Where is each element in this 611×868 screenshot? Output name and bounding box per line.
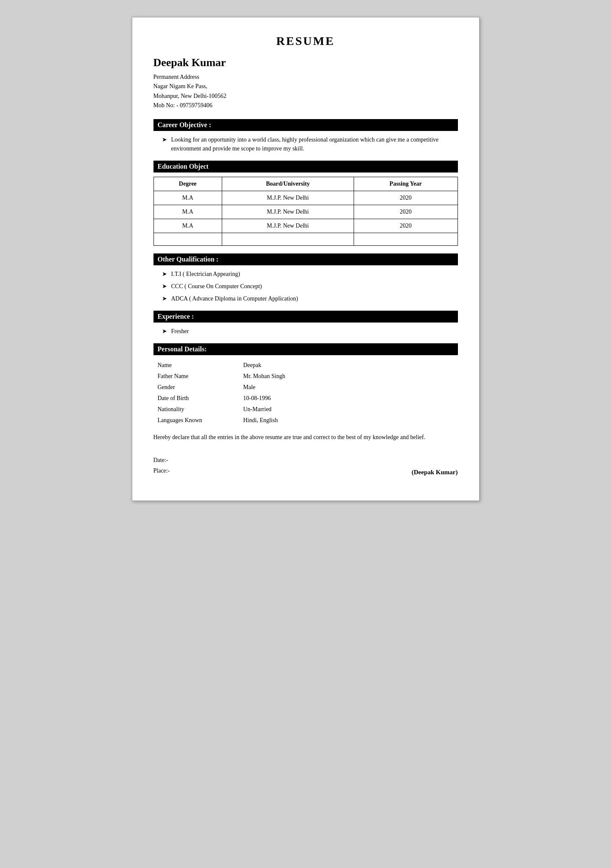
address-block: Permanent Address Nagar Nigam Ke Pass, M… [153, 72, 458, 111]
edu-row-1-degree: M.A [153, 205, 222, 219]
bullet-arrow-icon: ➤ [162, 282, 167, 291]
resume-page: RESUME Deepak Kumar Permanent Address Na… [132, 17, 480, 501]
other-qual-item-0: ➤I.T.I ( Electrician Appearing) [162, 270, 458, 278]
edu-row-0-year: 2020 [354, 191, 458, 205]
footer-left: Date:- Place:- [153, 455, 170, 476]
address-label: Permanent Address [153, 72, 458, 82]
education-section: Education Object Degree Board/University… [153, 161, 458, 246]
personal-label-4: Nationality [154, 404, 239, 415]
other-qual-text-2: ADCA ( Advance Diploma in Computer Appli… [171, 294, 298, 303]
edu-row-2-board: M.J.P. New Delhi [222, 219, 354, 233]
declaration-text: Hereby declare that all the entries in t… [153, 433, 458, 442]
personal-label-2: Gender [154, 382, 239, 392]
date-label: Date:- [153, 455, 170, 465]
edu-row-1-board: M.J.P. New Delhi [222, 205, 354, 219]
personal-label-0: Name [154, 360, 239, 370]
personal-row-5: Languages KnownHindi, English [154, 415, 457, 426]
personal-label-5: Languages Known [154, 415, 239, 426]
personal-row-3: Date of Birth10-08-1996 [154, 393, 457, 403]
experience-items: ➤Fresher [153, 327, 458, 336]
other-qualification-header: Other Qualification : [153, 253, 458, 265]
edu-row-1-year: 2020 [354, 205, 458, 219]
personal-value-3: 10-08-1996 [240, 393, 457, 403]
education-header: Education Object [153, 161, 458, 172]
career-objective-header: Career Objective : [153, 119, 458, 131]
bullet-arrow-icon: ➤ [162, 270, 167, 278]
bullet-arrow-icon: ➤ [162, 327, 167, 336]
personal-row-1: Father NameMr. Mohan Singh [154, 371, 457, 381]
personal-value-1: Mr. Mohan Singh [240, 371, 457, 381]
personal-row-4: NationalityUn-Married [154, 404, 457, 415]
personal-label-3: Date of Birth [154, 393, 239, 403]
place-label: Place:- [153, 465, 170, 476]
personal-row-0: NameDeepak [154, 360, 457, 370]
career-objective-text: Looking for an opportunity into a world … [171, 135, 458, 153]
personal-details-header: Personal Details: [153, 343, 458, 355]
col-degree: Degree [153, 177, 222, 191]
page-title: RESUME [153, 34, 458, 48]
candidate-name: Deepak Kumar [153, 56, 458, 69]
footer-row: Date:- Place:- (Deepak Kumar) [153, 455, 458, 476]
personal-label-1: Father Name [154, 371, 239, 381]
experience-item-0: ➤Fresher [162, 327, 458, 336]
career-objective-section: Career Objective : ➤ Looking for an oppo… [153, 119, 458, 153]
edu-row-0-degree: M.A [153, 191, 222, 205]
signature: (Deepak Kumar) [412, 469, 458, 476]
col-year: Passing Year [354, 177, 458, 191]
bullet-arrow-icon: ➤ [162, 135, 167, 144]
other-qual-item-1: ➤CCC ( Course On Computer Concept) [162, 282, 458, 291]
personal-details-section: Personal Details: NameDeepakFather NameM… [153, 343, 458, 476]
edu-row-3-degree [153, 233, 222, 245]
personal-value-0: Deepak [240, 360, 457, 370]
other-qual-item-2: ➤ADCA ( Advance Diploma in Computer Appl… [162, 294, 458, 303]
edu-row-2-year: 2020 [354, 219, 458, 233]
bullet-arrow-icon: ➤ [162, 294, 167, 303]
career-objective-bullet: ➤ Looking for an opportunity into a worl… [162, 135, 458, 153]
experience-text-0: Fresher [171, 327, 189, 336]
other-qualification-items: ➤I.T.I ( Electrician Appearing)➤CCC ( Co… [153, 270, 458, 303]
personal-value-5: Hindi, English [240, 415, 457, 426]
personal-row-2: GenderMale [154, 382, 457, 392]
edu-row-3-board [222, 233, 354, 245]
other-qual-text-1: CCC ( Course On Computer Concept) [171, 282, 262, 291]
col-board: Board/University [222, 177, 354, 191]
address-line2: Mohanpur, New Delhi-100562 [153, 92, 458, 101]
edu-row-0-board: M.J.P. New Delhi [222, 191, 354, 205]
experience-header: Experience : [153, 311, 458, 323]
address-line1: Nagar Nigam Ke Pass, [153, 82, 458, 91]
mob-number: Mob No: - 09759759406 [153, 101, 458, 110]
edu-row-3-year [354, 233, 458, 245]
other-qualification-section: Other Qualification : ➤I.T.I ( Electrici… [153, 253, 458, 303]
experience-section: Experience : ➤Fresher [153, 311, 458, 336]
personal-details-table: NameDeepakFather NameMr. Mohan SinghGend… [153, 359, 458, 426]
personal-value-4: Un-Married [240, 404, 457, 415]
other-qual-text-0: I.T.I ( Electrician Appearing) [171, 270, 240, 278]
footer-section: Date:- Place:- (Deepak Kumar) [153, 455, 458, 476]
edu-row-2-degree: M.A [153, 219, 222, 233]
education-table: Degree Board/University Passing Year M.A… [153, 177, 458, 246]
personal-value-2: Male [240, 382, 457, 392]
